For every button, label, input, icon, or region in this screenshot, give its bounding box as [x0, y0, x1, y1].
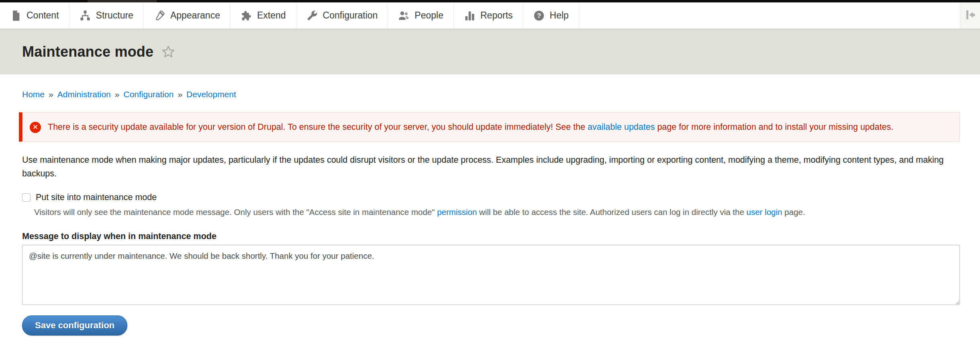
- shortcut-star-icon[interactable]: [161, 45, 175, 60]
- help-icon: ?: [533, 10, 545, 21]
- svg-text:?: ?: [537, 12, 541, 19]
- configuration-icon: [306, 10, 318, 21]
- menu-item-people[interactable]: People: [388, 2, 454, 29]
- page-header: Maintenance mode: [0, 29, 980, 74]
- menu-item-label: People: [414, 10, 443, 21]
- breadcrumb-separator: »: [178, 90, 182, 99]
- menu-item-reports[interactable]: Reports: [454, 2, 523, 29]
- appearance-icon: [154, 10, 165, 21]
- maintenance-mode-checkbox-description: Visitors will only see the maintenance m…: [34, 206, 960, 218]
- error-text-before: There is a security update available for…: [48, 122, 588, 132]
- menu-item-label: Reports: [480, 10, 513, 21]
- maintenance-mode-checkbox[interactable]: [22, 193, 31, 202]
- menu-item-help[interactable]: ? Help: [523, 2, 579, 29]
- breadcrumb-link-configuration[interactable]: Configuration: [123, 90, 174, 99]
- menu-item-label: Appearance: [170, 10, 220, 21]
- admin-menu-bar: Content Structure Appearance Extend Conf…: [0, 2, 980, 29]
- checkbox-desc-before: Visitors will only see the maintenance m…: [34, 207, 437, 217]
- menu-item-label: Help: [550, 10, 569, 21]
- error-message-box: ✕ There is a security update available f…: [19, 112, 960, 142]
- breadcrumb-separator: »: [115, 90, 120, 99]
- maintenance-mode-intro: Use maintenance mode when making major u…: [22, 153, 960, 180]
- menu-item-structure[interactable]: Structure: [69, 2, 144, 29]
- page-title: Maintenance mode: [22, 43, 153, 60]
- menu-item-appearance[interactable]: Appearance: [144, 2, 231, 29]
- collapse-left-icon: [964, 9, 976, 23]
- available-updates-link[interactable]: available updates: [588, 122, 655, 132]
- user-login-link[interactable]: user login: [747, 207, 782, 217]
- menu-item-label: Configuration: [323, 10, 378, 21]
- maintenance-message-label: Message to display when in maintenance m…: [22, 231, 960, 241]
- breadcrumb-link-administration[interactable]: Administration: [57, 90, 111, 99]
- error-message-text: There is a security update available for…: [48, 120, 893, 134]
- breadcrumb-separator: »: [49, 90, 53, 99]
- menu-item-label: Content: [27, 10, 59, 21]
- menu-item-label: Structure: [96, 10, 133, 21]
- content-icon: [10, 10, 21, 21]
- error-icon: ✕: [30, 122, 41, 133]
- maintenance-mode-checkbox-row: Put site into maintenance mode: [22, 192, 960, 203]
- maintenance-mode-checkbox-label[interactable]: Put site into maintenance mode: [36, 192, 157, 203]
- people-icon: [398, 10, 409, 21]
- extend-icon: [241, 10, 252, 21]
- maintenance-message-textarea[interactable]: @site is currently under maintenance. We…: [22, 245, 960, 305]
- breadcrumb: Home»Administration»Configuration»Develo…: [0, 74, 980, 99]
- toolbar-orientation-toggle[interactable]: [960, 2, 980, 29]
- checkbox-desc-middle: will be able to access the site. Authori…: [477, 207, 746, 217]
- toolbar-spacer: [579, 2, 960, 29]
- error-text-after: page for more information and to install…: [655, 122, 893, 132]
- menu-item-configuration[interactable]: Configuration: [296, 2, 388, 29]
- structure-icon: [80, 10, 91, 21]
- breadcrumb-link-development[interactable]: Development: [186, 90, 236, 99]
- menu-item-extend[interactable]: Extend: [231, 2, 296, 29]
- reports-icon: [464, 10, 475, 21]
- save-configuration-button[interactable]: Save configuration: [22, 315, 127, 336]
- breadcrumb-link-home[interactable]: Home: [22, 90, 45, 99]
- permission-link[interactable]: permission: [437, 207, 477, 217]
- menu-item-label: Extend: [257, 10, 286, 21]
- menu-item-content[interactable]: Content: [0, 2, 69, 29]
- checkbox-desc-after: page.: [782, 207, 805, 217]
